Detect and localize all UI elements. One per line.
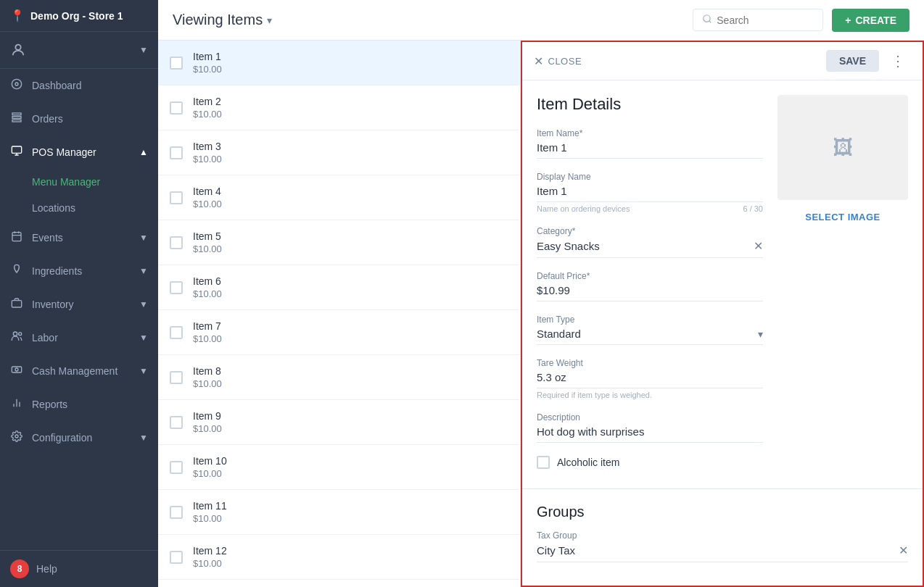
- help-label: Help: [36, 563, 57, 575]
- list-item[interactable]: Item 3 $10.00: [158, 130, 520, 175]
- detail-form: Item Details Item Name* Item 1 Display N…: [537, 95, 763, 474]
- user-menu[interactable]: ▼: [0, 32, 158, 69]
- sidebar-item-label: Ingredients: [32, 265, 82, 277]
- svg-point-9: [13, 332, 17, 336]
- item-checkbox[interactable]: [170, 101, 183, 115]
- sidebar-item-label: POS Manager: [32, 146, 96, 158]
- sidebar-item-label: Orders: [32, 113, 63, 125]
- detail-header: ✕ CLOSE SAVE ⋮: [522, 42, 923, 80]
- sidebar-subitem-locations[interactable]: Locations: [0, 195, 158, 221]
- item-price: $10.00: [193, 558, 227, 569]
- sidebar-subitem-label: Locations: [32, 202, 75, 214]
- help-section[interactable]: 8 Help: [0, 550, 158, 587]
- items-list: Item 1 $10.00 Item 2 $10.00 Item 3 $10.0…: [158, 41, 521, 587]
- item-name: Item 3: [193, 141, 222, 152]
- alcoholic-label: Alcoholic item: [557, 457, 619, 468]
- list-item[interactable]: Item 5 $10.00: [158, 220, 520, 265]
- svg-rect-11: [12, 367, 21, 372]
- item-checkbox[interactable]: [170, 416, 183, 429]
- item-checkbox[interactable]: [170, 371, 183, 384]
- sidebar-item-configuration[interactable]: Configuration ▼: [0, 421, 158, 454]
- list-item[interactable]: Item 12 $10.00: [158, 535, 520, 580]
- description-value[interactable]: Hot dog with surprises: [537, 425, 763, 443]
- item-price: $10.00: [193, 199, 222, 209]
- list-item[interactable]: Item 8 $10.00: [158, 355, 520, 400]
- create-button[interactable]: + CREATE: [832, 9, 909, 32]
- item-checkbox[interactable]: [170, 326, 183, 339]
- sidebar-item-label: Inventory: [32, 299, 74, 310]
- groups-section: Groups Tax Group City Tax ✕: [522, 488, 923, 586]
- default-price-value[interactable]: $10.99: [537, 284, 763, 301]
- sidebar-item-pos-manager[interactable]: POS Manager ▲: [0, 136, 158, 169]
- item-price: $10.00: [193, 64, 222, 75]
- sidebar-item-reports[interactable]: Reports: [0, 388, 158, 421]
- item-name: Item 6: [193, 275, 222, 287]
- groups-title: Groups: [537, 504, 908, 520]
- location-icon: 📍: [10, 9, 25, 22]
- item-info: Item 2 $10.00: [193, 96, 222, 120]
- sidebar-item-inventory[interactable]: Inventory ▼: [0, 288, 158, 321]
- select-arrow-icon: ▾: [758, 328, 763, 340]
- item-name-group: Item Name* Item 1: [537, 128, 763, 159]
- item-info: Item 12 $10.00: [193, 545, 227, 569]
- category-row: Easy Snacks ✕: [537, 239, 763, 258]
- alcoholic-checkbox[interactable]: [537, 456, 550, 469]
- svg-rect-5: [12, 120, 21, 122]
- user-icon: [10, 42, 26, 58]
- category-group: Category* Easy Snacks ✕: [537, 226, 763, 258]
- events-icon: [10, 230, 23, 245]
- item-checkbox[interactable]: [170, 506, 183, 519]
- list-item[interactable]: Item 11 $10.00: [158, 490, 520, 535]
- category-label: Category*: [537, 226, 763, 236]
- item-info: Item 9 $10.00: [193, 410, 222, 434]
- orders-icon: [10, 112, 23, 126]
- sidebar-item-orders[interactable]: Orders: [0, 102, 158, 136]
- item-checkbox[interactable]: [170, 191, 183, 204]
- list-item[interactable]: Item 10 $10.00: [158, 445, 520, 490]
- list-item[interactable]: Item 9 $10.00: [158, 400, 520, 445]
- sidebar-item-cash-management[interactable]: Cash Management ▼: [0, 354, 158, 388]
- list-item[interactable]: Item 6 $10.00: [158, 265, 520, 310]
- search-icon: [702, 14, 712, 26]
- item-checkbox[interactable]: [170, 461, 183, 474]
- category-clear-icon[interactable]: ✕: [754, 239, 763, 253]
- item-name: Item 1: [193, 51, 222, 62]
- sidebar-item-ingredients[interactable]: Ingredients ▼: [0, 254, 158, 288]
- item-checkbox[interactable]: [170, 146, 183, 159]
- item-price: $10.00: [193, 154, 222, 165]
- sidebar-item-events[interactable]: Events ▼: [0, 221, 158, 254]
- tare-weight-value[interactable]: 5.3 oz: [537, 371, 763, 388]
- item-type-select[interactable]: Standard Weighed: [537, 328, 758, 340]
- category-value: Easy Snacks: [537, 240, 600, 252]
- item-info: Item 11 $10.00: [193, 500, 227, 524]
- sidebar-item-dashboard[interactable]: Dashboard: [0, 69, 158, 102]
- item-name-label: Item Name*: [537, 128, 763, 138]
- search-input[interactable]: [717, 14, 814, 26]
- plus-icon: +: [845, 14, 851, 26]
- save-button[interactable]: SAVE: [826, 50, 879, 72]
- select-image-button[interactable]: SELECT IMAGE: [777, 207, 908, 227]
- list-item[interactable]: Item 1 $10.00: [158, 41, 520, 86]
- close-button[interactable]: ✕ CLOSE: [534, 54, 582, 68]
- item-checkbox[interactable]: [170, 281, 183, 294]
- display-name-value[interactable]: Item 1: [537, 185, 763, 202]
- display-name-group: Display Name Item 1 Name on ordering dev…: [537, 172, 763, 213]
- item-checkbox[interactable]: [170, 57, 183, 70]
- item-checkbox[interactable]: [170, 236, 183, 249]
- sidebar-subitem-menu-manager[interactable]: Menu Manager: [0, 169, 158, 195]
- title-dropdown-icon[interactable]: ▾: [267, 14, 272, 26]
- sidebar-item-labor[interactable]: Labor ▼: [0, 321, 158, 354]
- item-info: Item 3 $10.00: [193, 141, 222, 165]
- item-name-value[interactable]: Item 1: [537, 141, 763, 159]
- item-checkbox[interactable]: [170, 551, 183, 564]
- tax-group-clear-icon[interactable]: ✕: [899, 544, 908, 557]
- org-name: Demo Org - Store 1: [30, 10, 123, 22]
- list-item[interactable]: Item 7 $10.00: [158, 310, 520, 355]
- list-item[interactable]: Item 2 $10.00: [158, 86, 520, 130]
- item-price: $10.00: [193, 333, 222, 344]
- search-box[interactable]: [693, 9, 823, 31]
- item-info: Item 5 $10.00: [193, 230, 222, 254]
- list-item[interactable]: Item 4 $10.00: [158, 175, 520, 220]
- more-options-button[interactable]: ⋮: [885, 49, 911, 72]
- tax-group-value: City Tax: [537, 544, 575, 557]
